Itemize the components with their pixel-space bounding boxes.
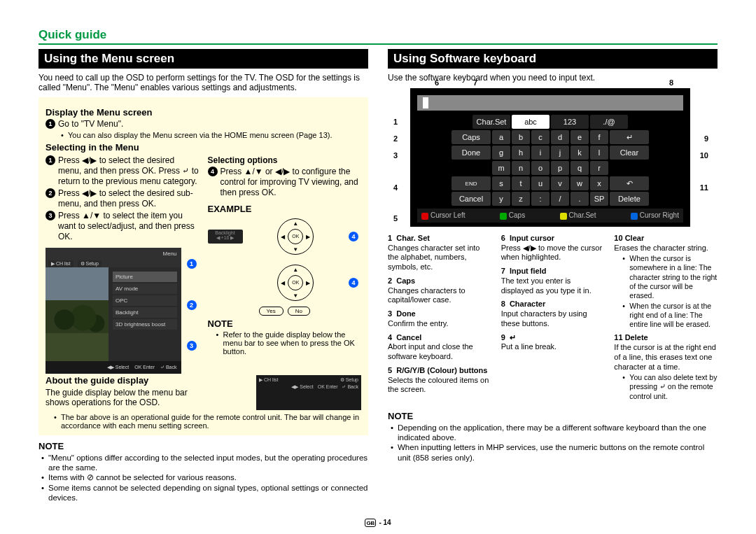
kbd-key[interactable]: z: [512, 192, 530, 206]
example-note-h: NOTE: [208, 318, 362, 329]
kbd-key[interactable]: b: [512, 130, 530, 144]
kbd-key[interactable]: d: [551, 130, 569, 144]
kbd-key[interactable]: g: [492, 146, 510, 160]
callout-4b: 4: [349, 278, 358, 288]
note-heading-right: NOTE: [388, 411, 718, 421]
kbd-back[interactable]: ↶: [610, 176, 649, 190]
kbd-tab-abc[interactable]: abc: [512, 115, 550, 129]
step-1-badge: 1: [46, 155, 55, 165]
kbd-key[interactable]: f: [590, 130, 608, 144]
kbd-key[interactable]: /: [551, 192, 569, 206]
quick-guide-heading: Quick guide: [38, 28, 718, 42]
keyboard-legend: 1 Char. SetChanges character set into th…: [388, 234, 718, 405]
page-footer: GB- 14: [0, 519, 756, 528]
guide-bar-mini: ▶ CH list ⚙ Setup ◀▶ Select OK Enter ⤶ B…: [256, 375, 361, 410]
kbd-key[interactable]: s: [492, 176, 510, 190]
kbd-delete[interactable]: Delete: [610, 192, 649, 206]
kbd-enter[interactable]: ↵: [610, 130, 649, 144]
kbd-done[interactable]: Done: [451, 146, 491, 160]
step-4-badge: 4: [208, 167, 218, 176]
kbd-key[interactable]: e: [570, 130, 589, 144]
example-heading: EXAMPLE: [208, 204, 362, 214]
yes-no-dialog: YesNo: [208, 307, 362, 316]
kbd-tab-charset[interactable]: Char.Set: [472, 115, 510, 129]
kbd-caps[interactable]: Caps: [451, 130, 491, 144]
step-3-badge: 3: [46, 211, 55, 220]
kbd-key[interactable]: h: [512, 146, 530, 160]
divider: [38, 43, 718, 45]
intro-text: You need to call up the OSD to perform s…: [38, 73, 368, 93]
sel-step-3: Press ▲/▼ to select the item you want to…: [58, 211, 200, 242]
kbd-key[interactable]: o: [531, 161, 550, 175]
sel-step-1: Press ◀/▶ to select the desired menu, an…: [58, 155, 200, 187]
region-badge: GB: [365, 519, 376, 527]
kbd-key[interactable]: k: [570, 146, 589, 160]
step-1-badge: 1: [46, 119, 55, 129]
kbd-tab-123[interactable]: 123: [551, 115, 589, 129]
menu-screenshot: Menu ▶ CH list ⚙ Setup Picture AV m: [46, 248, 181, 367]
kbd-key[interactable]: i: [531, 146, 550, 160]
kbd-clear[interactable]: Clear: [610, 146, 649, 160]
kbd-key[interactable]: :: [531, 192, 550, 206]
note-r2: When inputting letters in MHP services, …: [391, 442, 718, 463]
kbd-tab-sym[interactable]: ./@: [590, 115, 628, 129]
right-column: Using Software keyboard Use the software…: [388, 49, 718, 503]
kbd-key[interactable]: y: [492, 192, 510, 206]
sel-step-2: Press ◀/▶ to select the desired sub-menu…: [58, 188, 200, 209]
kbd-key[interactable]: m: [492, 161, 510, 175]
kbd-key[interactable]: x: [590, 176, 608, 190]
callout-3: 3: [187, 341, 197, 351]
note-l1: "Menu" options differ according to the s…: [41, 453, 368, 473]
remote-dpad-icon: ▲ ▼ ◀ ▶: [277, 265, 314, 301]
kbd-key[interactable]: c: [531, 130, 550, 144]
step-2-badge: 2: [46, 188, 55, 198]
note-r1: Depending on the application, there may …: [391, 423, 718, 443]
note-l3: Some items cannot be selected depending …: [41, 483, 368, 503]
kbd-input-field[interactable]: [417, 95, 683, 111]
yellow-instruction-box: Display the Menu screen 1 Go to "TV Menu…: [38, 97, 368, 435]
note-l2: Items with ⊘ cannot be selected for vari…: [41, 472, 368, 482]
example-note: Refer to the guide display below the men…: [216, 330, 362, 356]
about-guide-h: About the guide display: [46, 375, 200, 386]
callout-2: 2: [187, 300, 197, 310]
section-using-menu: Using the Menu screen: [38, 49, 368, 69]
tree-image: [46, 267, 108, 361]
sel-step-4: Press ▲/▼ or ◀/▶ to configure the contro…: [220, 167, 362, 198]
kbd-key[interactable]: .: [570, 192, 589, 206]
remote-dpad-icon: ▲ ▼ ◀ ▶: [277, 218, 314, 255]
kbd-key[interactable]: n: [512, 161, 530, 175]
kbd-cancel[interactable]: Cancel: [451, 192, 491, 206]
kbd-key[interactable]: t: [512, 176, 530, 190]
software-keyboard-figure: 6 7 8 1 2 3 4 5 9 10 11 Char.Set: [410, 88, 690, 226]
section-software-keyboard: Using Software keyboard: [388, 49, 718, 69]
kbd-key[interactable]: q: [570, 161, 589, 175]
display-menu-heading: Display the Menu screen: [46, 107, 361, 118]
kbd-colour-bar: Cursor Left Caps Char.Set Cursor Right: [417, 209, 683, 222]
display-step-1: Go to "TV Menu".: [58, 119, 361, 129]
kbd-key[interactable]: v: [551, 176, 569, 190]
kbd-end[interactable]: END: [451, 176, 491, 190]
about-guide-p: The guide display below the menu bar sho…: [46, 388, 200, 408]
selecting-heading: Selecting in the Menu: [46, 142, 361, 153]
kbd-key[interactable]: a: [492, 130, 510, 144]
kbd-key[interactable]: p: [551, 161, 569, 175]
note-heading-left: NOTE: [38, 441, 368, 451]
input-cursor: [423, 97, 428, 108]
callout-4a: 4: [349, 232, 358, 241]
kbd-key[interactable]: l: [590, 146, 608, 160]
kbd-key[interactable]: SP: [590, 192, 608, 206]
kbd-key[interactable]: j: [551, 146, 569, 160]
kbd-key[interactable]: u: [531, 176, 550, 190]
left-column: Using the Menu screen You need to call u…: [38, 49, 368, 503]
about-note: The bar above is an operational guide fo…: [54, 413, 361, 430]
selecting-options-h: Selecting options: [208, 155, 362, 165]
display-note: You can also display the Menu screen via…: [61, 131, 361, 139]
kbd-key[interactable]: w: [570, 176, 589, 190]
callout-1: 1: [187, 259, 197, 269]
kbd-key[interactable]: r: [590, 161, 608, 175]
